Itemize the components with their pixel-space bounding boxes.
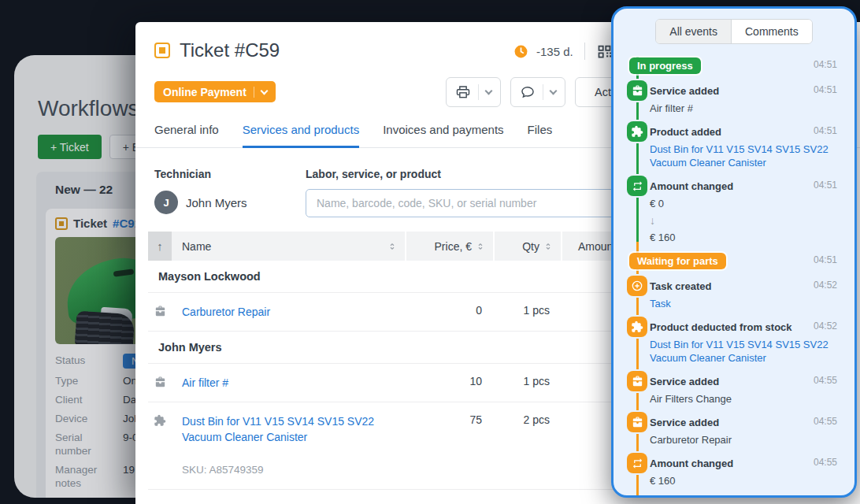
technician-label: Technician [154, 168, 306, 180]
field-label: Serial number [55, 431, 121, 458]
item-name-cell: Dust Bin for V11 V15 SV14 SV15 SV22 Vacu… [172, 413, 405, 478]
item-qty: 1 pcs [493, 304, 561, 317]
tab-services-and-products[interactable]: Services and products [243, 123, 359, 148]
repeat-icon [627, 176, 647, 196]
event-tab-comments[interactable]: Comments [732, 20, 812, 43]
item-name-cell: Carburetor Repair [172, 304, 405, 320]
status-event: 04:51In progress [613, 57, 854, 74]
sort-icon [476, 242, 485, 251]
service-icon [148, 375, 172, 389]
event-time: 04:55 [814, 416, 837, 427]
chevron-down-icon[interactable] [485, 87, 493, 95]
table-row[interactable]: Carburetor Repair01 pcs [148, 293, 671, 332]
new-ticket-button[interactable]: + Ticket [38, 135, 102, 159]
event-detail: Air Filters Change [650, 392, 854, 406]
event-item: 04:55Service addedAir Filters Change [613, 373, 854, 406]
puzzle-icon [627, 317, 647, 337]
event-item: 04:55Amount changed€ 160↓€ 170 [613, 455, 854, 498]
event-time: 04:51 [814, 254, 837, 265]
chevron-down-icon[interactable] [550, 87, 558, 95]
event-time: 04:55 [814, 375, 837, 386]
qr-code-icon[interactable] [596, 43, 613, 60]
status-change-badge: In progress [629, 57, 701, 74]
briefcase-icon [627, 412, 647, 432]
product-icon [148, 413, 172, 427]
sort-direction-icon[interactable]: ↑ [148, 232, 172, 261]
table-row[interactable]: Dust Bin for V11 V15 SV14 SV15 SV22 Vacu… [148, 402, 671, 490]
item-name-cell: Air filter # [172, 375, 405, 391]
event-feed-panel: All eventsComments 04:51In progress04:51… [611, 6, 857, 498]
overdue-clock-icon [513, 44, 528, 59]
event-item: 04:51Product addedDust Bin for V11 V15 S… [613, 124, 854, 169]
status-dropdown[interactable]: Online Payment [154, 81, 276, 102]
puzzle-icon [627, 121, 647, 142]
status-change-badge: Waiting for parts [629, 253, 726, 269]
item-price: 0 [405, 304, 493, 317]
event-detail: Air filter # [650, 102, 854, 115]
event-link[interactable]: Dust Bin for V11 V15 SV14 SV15 SV22 Vacu… [650, 339, 828, 364]
services-table: ↑ Name Price, € Qty Amount, € Mayson Loc… [148, 232, 671, 490]
technician-avatar: J [154, 191, 178, 214]
event-item: 04:52Task createdTask [613, 278, 854, 310]
field-label: Device [55, 412, 121, 425]
event-item: 04:55Service addedCarburetor Repair [613, 414, 854, 447]
event-detail: € 160 [650, 474, 854, 487]
event-item: 04:52Product deducted from stockDust Bin… [613, 319, 854, 365]
tab-invoices-and-payments[interactable]: Invoices and payments [383, 123, 503, 148]
table-row[interactable]: Air filter #101 pcs [148, 364, 671, 402]
plus-icon [627, 276, 647, 296]
table-body: Mayson LockwoodCarburetor Repair01 pcsJo… [148, 261, 671, 490]
event-detail: Dust Bin for V11 V15 SV14 SV15 SV22 Vacu… [650, 143, 854, 169]
tab-general-info[interactable]: General info [154, 123, 219, 148]
event-detail: Task [650, 297, 854, 310]
column-name[interactable]: Name [172, 240, 405, 253]
printer-icon [455, 84, 471, 100]
event-time: 04:52 [814, 280, 837, 291]
service-icon [148, 304, 172, 318]
event-time: 04:55 [814, 457, 837, 468]
item-price: 75 [405, 413, 493, 426]
item-link[interactable]: Air filter # [182, 376, 228, 389]
event-item: 04:51Amount changed€ 0↓€ 160 [613, 178, 854, 244]
event-item: 04:51Service addedAir filter # [613, 83, 854, 115]
table-group-header: John Myers [148, 332, 671, 364]
technician-name[interactable]: John Myers [186, 196, 247, 209]
arrow-down-icon: ↓ [650, 214, 854, 227]
field-label: Client [55, 393, 121, 406]
event-link[interactable]: Dust Bin for V11 V15 SV14 SV15 SV22 Vacu… [650, 143, 828, 169]
field-label: Manager notes [55, 463, 121, 490]
event-link[interactable]: Task [650, 298, 671, 309]
briefcase-icon [627, 371, 647, 391]
item-price: 10 [405, 375, 493, 387]
column-price[interactable]: Price, € [405, 232, 493, 261]
field-label: Status [55, 354, 121, 369]
sort-icon [543, 242, 553, 251]
chat-bubble-icon [520, 84, 536, 100]
field-label: Type [55, 374, 121, 387]
column-qty[interactable]: Qty [493, 232, 561, 261]
event-detail: € 160 [650, 231, 854, 244]
item-qty: 2 pcs [493, 413, 561, 426]
event-time: 04:52 [814, 321, 837, 332]
chevron-down-icon [260, 87, 268, 94]
event-timeline: 04:51In progress04:51Service addedAir fi… [613, 57, 854, 498]
briefcase-icon [627, 80, 647, 101]
event-time: 04:51 [814, 125, 837, 136]
card-type-label: Ticket [73, 217, 107, 230]
overdue-days: -135 d. [536, 45, 573, 58]
modal-title: Ticket #C59 [180, 39, 280, 61]
event-tab-all-events[interactable]: All events [656, 20, 732, 43]
print-button[interactable] [446, 77, 501, 107]
event-detail: € 0 [650, 197, 854, 210]
event-time: 04:51 [814, 59, 837, 70]
ticket-icon [55, 217, 68, 230]
message-button[interactable] [510, 77, 565, 107]
table-group-header: Mayson Lockwood [148, 261, 671, 293]
status-event: 04:51Waiting for parts [613, 253, 854, 269]
screen: Workflows Pro + Ticket + Est New — 22 Ti… [0, 0, 860, 504]
item-link[interactable]: Carburetor Repair [182, 306, 270, 318]
tab-files[interactable]: Files [528, 123, 553, 148]
event-detail: Dust Bin for V11 V15 SV14 SV15 SV22 Vacu… [650, 338, 854, 365]
field-label: Manager [55, 495, 121, 498]
item-link[interactable]: Dust Bin for V11 V15 SV14 SV15 SV22 Vacu… [182, 415, 374, 443]
